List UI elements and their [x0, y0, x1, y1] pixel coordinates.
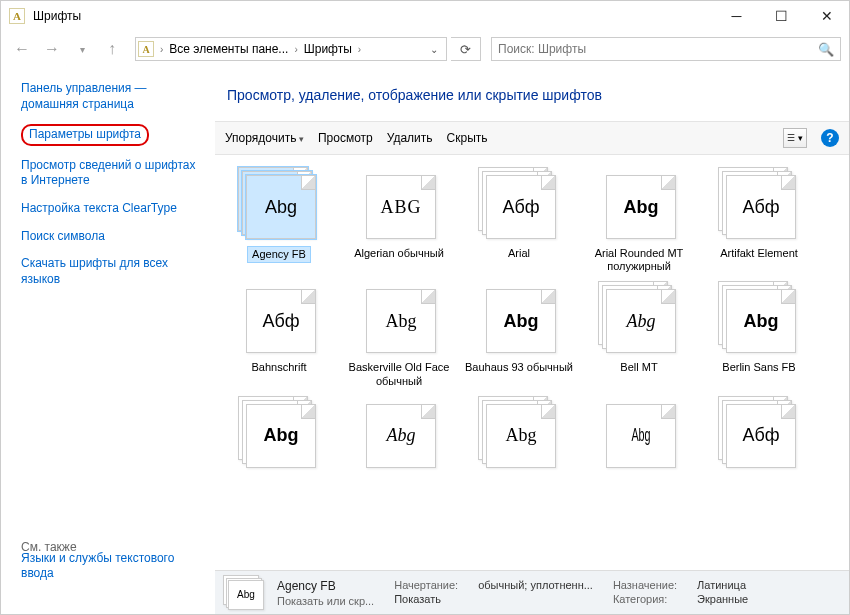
sidebar: Панель управления — домашняя страница Па…: [1, 67, 215, 572]
font-item[interactable]: Abg: [459, 396, 579, 476]
window-title: Шрифты: [33, 9, 714, 23]
address-bar[interactable]: A › Все элементы пане... › Шрифты › ⌄: [135, 37, 447, 61]
font-item[interactable]: AbgAgency FB: [219, 167, 339, 273]
font-thumbnail: Abg: [246, 404, 316, 468]
help-icon[interactable]: ?: [821, 129, 839, 147]
page-heading: Просмотр, удаление, отображение или скры…: [215, 67, 849, 121]
forward-button[interactable]: →: [39, 36, 65, 62]
address-icon: A: [138, 41, 154, 57]
hide-button[interactable]: Скрыть: [447, 131, 488, 145]
font-item[interactable]: Абф: [699, 396, 819, 476]
font-thumbnail: Abg: [246, 175, 316, 239]
font-item[interactable]: AbgBell MT: [579, 281, 699, 387]
preview-button[interactable]: Просмотр: [318, 131, 373, 145]
font-item[interactable]: AbgArial Rounded MT полужирный: [579, 167, 699, 273]
font-label: Bauhaus 93 обычный: [465, 361, 573, 374]
font-item[interactable]: AbgBauhaus 93 обычный: [459, 281, 579, 387]
sidebar-link-web-info[interactable]: Просмотр сведений о шрифтах в Интернете: [21, 158, 205, 189]
font-thumbnail: Abg: [606, 404, 676, 468]
details-show-label: Показать или скр...: [277, 595, 374, 607]
details-thumbnail: Abg: [223, 575, 269, 611]
font-grid: AbgAgency FBABGAlgerian обычныйАбфArialA…: [215, 155, 849, 572]
maximize-button[interactable]: ☐: [759, 1, 804, 31]
font-thumbnail: Abg: [606, 175, 676, 239]
font-label: Agency FB: [248, 247, 310, 262]
font-label: Bahnschrift: [251, 361, 306, 374]
font-thumbnail: Абф: [246, 289, 316, 353]
details-font-name: Agency FB: [277, 579, 374, 593]
sidebar-link-languages[interactable]: Языки и службы текстового ввода: [21, 551, 201, 582]
breadcrumb-item[interactable]: Шрифты: [300, 42, 356, 56]
toolbar: Упорядочить Просмотр Удалить Скрыть ☰ ▾ …: [215, 121, 849, 155]
details-show-value: Показать: [394, 593, 458, 605]
refresh-button[interactable]: ⟳: [451, 37, 481, 61]
delete-button[interactable]: Удалить: [387, 131, 433, 145]
back-button[interactable]: ←: [9, 36, 35, 62]
chevron-right-icon: ›: [356, 44, 363, 55]
sidebar-link-font-params[interactable]: Параметры шрифта: [21, 124, 205, 146]
details-style-value: обычный; уплотненн...: [478, 579, 593, 591]
search-icon: 🔍: [818, 42, 834, 57]
chevron-right-icon: ›: [292, 44, 299, 55]
font-thumbnail: Abg: [366, 404, 436, 468]
address-dropdown[interactable]: ⌄: [424, 44, 444, 55]
title-bar: A Шрифты ─ ☐ ✕: [1, 1, 849, 31]
font-label: Artifakt Element: [720, 247, 798, 260]
font-thumbnail: Абф: [726, 404, 796, 468]
up-button[interactable]: ↑: [99, 36, 125, 62]
font-thumbnail: ABG: [366, 175, 436, 239]
font-thumbnail: Абф: [726, 175, 796, 239]
details-cat-value: Экранные: [697, 593, 748, 605]
font-label: Algerian обычный: [354, 247, 444, 260]
history-dropdown[interactable]: ▾: [69, 36, 95, 62]
font-label: Arial: [508, 247, 530, 260]
sidebar-link-charmap[interactable]: Поиск символа: [21, 229, 205, 245]
font-item[interactable]: AbgBerlin Sans FB: [699, 281, 819, 387]
font-item[interactable]: Abg: [339, 396, 459, 476]
sidebar-link-download[interactable]: Скачать шрифты для всех языков: [21, 256, 205, 287]
font-thumbnail: Abg: [366, 289, 436, 353]
font-item[interactable]: АбфBahnschrift: [219, 281, 339, 387]
font-thumbnail: Абф: [486, 175, 556, 239]
font-thumbnail: Abg: [606, 289, 676, 353]
font-item[interactable]: АбфArial: [459, 167, 579, 273]
font-item[interactable]: AbgBaskerville Old Face обычный: [339, 281, 459, 387]
breadcrumb-item[interactable]: Все элементы пане...: [165, 42, 292, 56]
details-design-value: Латиница: [697, 579, 748, 591]
search-placeholder: Поиск: Шрифты: [498, 42, 818, 56]
font-thumbnail: Abg: [726, 289, 796, 353]
font-item[interactable]: Abg: [579, 396, 699, 476]
font-label: Bell MT: [620, 361, 657, 374]
sidebar-link-cleartype[interactable]: Настройка текста ClearType: [21, 201, 205, 217]
font-thumbnail: Abg: [486, 289, 556, 353]
font-item[interactable]: ABGAlgerian обычный: [339, 167, 459, 273]
font-thumbnail: Abg: [486, 404, 556, 468]
font-label: Arial Rounded MT полужирный: [584, 247, 694, 273]
font-label: Berlin Sans FB: [722, 361, 795, 374]
main-content: Просмотр, удаление, отображение или скры…: [215, 67, 849, 572]
font-item[interactable]: АбфArtifakt Element: [699, 167, 819, 273]
details-pane: Abg Agency FB Показать или скр... Начерт…: [215, 570, 849, 614]
organize-menu[interactable]: Упорядочить: [225, 131, 304, 145]
close-button[interactable]: ✕: [804, 1, 849, 31]
chevron-right-icon: ›: [158, 44, 165, 55]
sidebar-home-link[interactable]: Панель управления — домашняя страница: [21, 81, 205, 112]
search-input[interactable]: Поиск: Шрифты 🔍: [491, 37, 841, 61]
font-label: Baskerville Old Face обычный: [344, 361, 454, 387]
app-icon: A: [9, 8, 25, 24]
view-options-button[interactable]: ☰ ▾: [783, 128, 807, 148]
navigation-bar: ← → ▾ ↑ A › Все элементы пане... › Шрифт…: [1, 31, 849, 67]
minimize-button[interactable]: ─: [714, 1, 759, 31]
font-item[interactable]: Abg: [219, 396, 339, 476]
